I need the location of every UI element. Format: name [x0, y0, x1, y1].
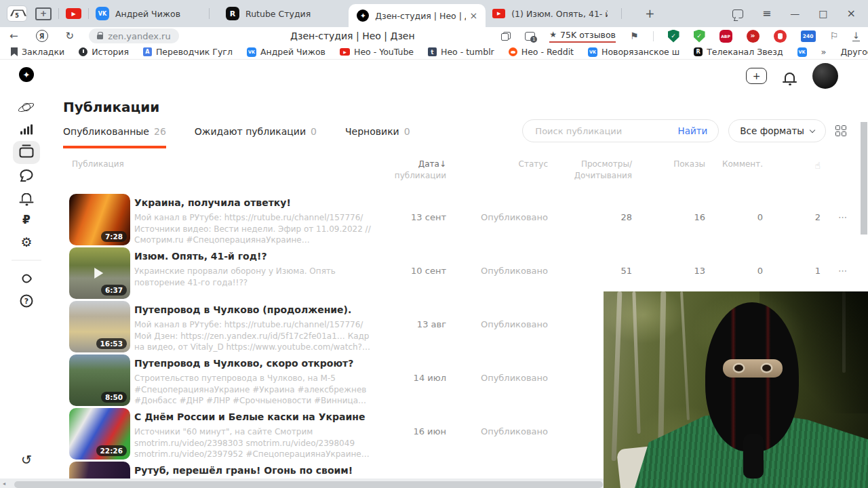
feedback-icon[interactable] — [732, 9, 743, 18]
browser-menu-icon[interactable]: ≡ — [762, 8, 771, 19]
pinned-tab-rutube-icon[interactable]: R — [226, 7, 239, 20]
pinned-tab-youtube-icon[interactable]: ▶ — [66, 8, 81, 19]
scroll-left-arrow-icon[interactable]: ◂ — [0, 481, 8, 487]
tab-published[interactable]: Опубликованные26 — [63, 126, 166, 148]
copy-link-icon[interactable] — [501, 32, 511, 41]
bookmark-bookmarks[interactable]: Закладки — [11, 47, 64, 57]
downloads-icon[interactable]: ↓ — [852, 31, 860, 41]
bookmark-translate[interactable]: AПереводчик Гугл — [143, 47, 233, 57]
status-badge: Опубликовано — [453, 299, 548, 329]
row-menu-dots[interactable]: ⋯ — [823, 245, 853, 276]
tab-title: (1) Изюм. Опять, 41- й го — [511, 9, 608, 19]
home-tab-button[interactable]: 5 — [7, 5, 27, 22]
counter-extension-icon[interactable]: 240 — [801, 30, 816, 42]
stop-hand-extension-icon[interactable] — [774, 30, 787, 43]
person-chin-cord — [743, 434, 764, 479]
pinned-tab-vk-icon[interactable]: VK — [96, 7, 109, 20]
zen-logo-icon: ✦ — [357, 9, 369, 22]
adguard-shield-icon[interactable]: ✓ — [694, 30, 705, 43]
adblock-plus-icon[interactable]: ABP — [719, 30, 732, 43]
maximize-icon[interactable]: □ — [818, 9, 827, 18]
bookmarks-overflow-icon[interactable]: » — [821, 47, 827, 57]
address-bar: ← Я ↻ zen.yandex.ru Дзен-студия | Нео | … — [0, 27, 868, 45]
publication-title[interactable]: Путепровод в Чулково, скоро откроют? — [134, 358, 385, 369]
youtube-icon: ▶ — [492, 9, 505, 18]
status-badge — [453, 460, 548, 479]
bookmark-youtube[interactable]: ▶Нео - YouTube — [340, 47, 414, 57]
close-tab-icon[interactable]: × — [470, 10, 478, 21]
bookmark-tumblr[interactable]: tНео - tumblr — [428, 47, 494, 57]
sidebar-item-notifications[interactable] — [22, 193, 32, 202]
close-window-icon[interactable]: × — [847, 8, 856, 19]
publication-title[interactable]: С Днём России и Белые каски на Украине — [134, 411, 385, 422]
minimize-icon[interactable]: — — [790, 9, 800, 18]
table-row: 7:28 Украина, получила ответку! Мой кана… — [63, 192, 853, 245]
sidebar-item-publications[interactable] — [20, 148, 34, 158]
publication-title[interactable]: Рутуб, перешёл грань! Огонь по своим! — [134, 465, 385, 476]
bookmark-history[interactable]: История — [79, 47, 129, 57]
window-controls: ≡ — □ × — [732, 0, 868, 27]
youtube-icon: ▶ — [340, 48, 350, 56]
collections-flag-icon[interactable]: ⚐ — [830, 30, 839, 41]
grid-view-icon[interactable] — [835, 125, 846, 136]
bookmark-flag-icon[interactable]: ⚑ — [630, 30, 639, 41]
sidebar-zen-logo[interactable]: ✦ — [19, 67, 34, 82]
sidebar-item-feed[interactable] — [18, 100, 35, 114]
sidebar-item-stats[interactable] — [20, 125, 33, 135]
tab-pending[interactable]: Ожидают публикации0 — [195, 126, 317, 148]
back-icon[interactable]: ← — [9, 31, 18, 41]
duration-badge: 16:53 — [96, 338, 127, 349]
search-button[interactable]: Найти — [678, 125, 708, 136]
fast-forward-extension-icon[interactable]: » — [747, 30, 760, 43]
bookmark-rutube[interactable]: RТелеканал Звезд — [694, 47, 783, 57]
sidebar-item-help[interactable]: ? — [20, 295, 33, 308]
publication-title[interactable]: Путепровод в Чулково (продолжение). — [134, 304, 385, 315]
format-filter-dropdown[interactable]: Все форматы — [728, 119, 826, 142]
birch-trunk — [680, 291, 690, 420]
active-tab-zen-studio[interactable]: ✦ Дзен-студия | Нео | Дз × — [349, 4, 486, 27]
star-icon: ★ — [549, 30, 557, 39]
sidebar-item-monetization[interactable]: ₽ — [22, 213, 31, 226]
sidebar-item-settings[interactable]: ⚙ — [20, 235, 32, 249]
bookmark-vk-2[interactable]: VKНоворязанское ш — [588, 47, 679, 57]
video-thumbnail[interactable]: 7:28 — [69, 194, 130, 245]
horizontal-scrollbar-thumb[interactable] — [14, 481, 603, 488]
sidebar-tabs-icon[interactable]: 1 — [525, 32, 535, 41]
vertical-scrollbar-thumb[interactable] — [861, 122, 867, 235]
studio-sidebar: ✦ ₽ ⚙ ? ↺ — [0, 60, 53, 479]
yandex-icon[interactable]: Я — [36, 30, 48, 42]
tumblr-icon: t — [428, 47, 437, 56]
col-date[interactable]: Дата↓публикации — [385, 159, 453, 182]
search-row: Найти Все форматы — [522, 119, 846, 142]
bookmark-reddit[interactable]: Нео - Reddit — [509, 47, 574, 57]
search-input[interactable] — [534, 125, 677, 137]
video-thumbnail[interactable] — [69, 462, 130, 479]
sidebar-undo-button[interactable]: ↺ — [21, 452, 32, 467]
video-thumbnail[interactable]: 22:26 — [69, 408, 130, 460]
sidebar-item-karma[interactable] — [22, 274, 31, 283]
video-thumbnail[interactable]: 16:53 — [69, 301, 130, 352]
url-field[interactable]: zen.yandex.ru — [89, 28, 179, 43]
pinned-tab-rutube-label[interactable]: Rutube Студия — [245, 9, 311, 19]
lock-icon — [97, 35, 103, 39]
bookmark-vk-3[interactable]: VK — [797, 47, 807, 57]
publication-title[interactable]: Украина, получила ответку! — [134, 197, 385, 208]
row-menu-dots[interactable]: ⋯ — [823, 192, 853, 222]
video-thumbnail[interactable]: 6:37 — [69, 247, 130, 299]
bookmark-vk-profile[interactable]: VKАндрей Чижов — [247, 47, 326, 57]
divider — [653, 31, 654, 41]
reload-icon[interactable]: ↻ — [66, 31, 75, 41]
bookmarks-other-dropdown[interactable]: Другое — [841, 47, 868, 57]
publication-date: 13 авг — [385, 299, 453, 329]
sidebar-item-comments[interactable] — [20, 169, 33, 180]
protect-shield-icon[interactable]: ✓ — [668, 30, 679, 43]
pinned-tab-vk-label[interactable]: Андрей Чижов — [115, 9, 180, 19]
bell-icon — [22, 193, 32, 202]
site-reviews[interactable]: ★ 75K отзывов — [549, 30, 616, 43]
tab-youtube-video[interactable]: ▶ (1) Изюм. Опять, 41- й го — [486, 9, 614, 19]
new-tab-button[interactable]: + — [645, 7, 654, 20]
publication-title[interactable]: Изюм. Опять, 41-й год!? — [134, 251, 385, 262]
new-tab-group-icon[interactable]: + — [35, 7, 52, 20]
video-thumbnail[interactable]: 8:50 — [69, 354, 130, 406]
tab-drafts[interactable]: Черновики0 — [345, 126, 410, 148]
